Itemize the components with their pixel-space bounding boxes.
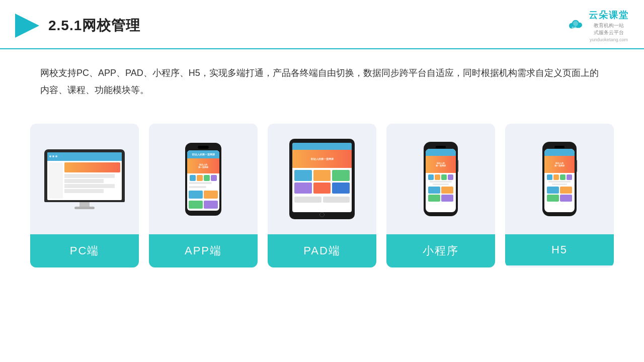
card-app-label: APP端	[149, 234, 258, 267]
brand-cloud-icon: 云朵	[567, 19, 585, 33]
header-right: 云朵 云朵课堂 教育机构一站式服务云平台 yunduoketang.com	[567, 9, 629, 42]
card-miniprogram-label: 小程序	[386, 234, 495, 267]
phone-mini-mockup: 职达人的第一堂网课	[424, 142, 458, 216]
card-miniprogram: 职达人的第一堂网课	[386, 124, 495, 267]
phone-h5-mockup: 职达人的第一堂网课	[542, 142, 577, 216]
card-pc-label: PC端	[30, 234, 139, 267]
platform-cards: PC端 职达人的第一堂网课 职达人的第一堂网课	[0, 114, 644, 278]
card-pc-image	[30, 124, 139, 234]
card-app: 职达人的第一堂网课 职达人的第一堂网课	[149, 124, 258, 267]
page-header: 2.5.1网校管理 云朵 云朵课堂 教育机构一站式服务云平台 yunduoket…	[0, 0, 644, 49]
description-content: 网校支持PC、APP、PAD、小程序、H5，实现多端打通，产品各终端自由切换，数…	[40, 68, 599, 95]
brand-tagline: 教育机构一站式服务云平台	[594, 22, 624, 36]
logo-arrow-icon	[15, 14, 39, 38]
page-title: 2.5.1网校管理	[48, 16, 140, 35]
card-pad-label: PAD端	[268, 234, 376, 267]
card-pad-image: 职达人的第一堂网课	[268, 124, 376, 234]
svg-marker-0	[15, 14, 39, 38]
brand-logo: 云朵课堂 教育机构一站式服务云平台 yunduoketang.com	[589, 9, 629, 42]
pc-mockup	[44, 149, 125, 209]
card-app-image: 职达人的第一堂网课 职达人的第一堂网课	[149, 124, 258, 234]
brand-url: yunduoketang.com	[590, 37, 628, 42]
card-h5-label: H5	[505, 234, 614, 265]
card-h5: 职达人的第一堂网课	[505, 124, 614, 267]
svg-point-5	[573, 21, 578, 26]
header-left: 2.5.1网校管理	[15, 14, 140, 38]
brand-name: 云朵课堂	[589, 9, 629, 21]
card-h5-image: 职达人的第一堂网课	[505, 124, 614, 234]
card-pc: PC端	[30, 124, 139, 267]
phone-mockup: 职达人的第一堂网课 职达人的第一堂网课	[185, 143, 221, 216]
card-miniprogram-image: 职达人的第一堂网课	[386, 124, 495, 234]
card-pad: 职达人的第一堂网课	[268, 124, 376, 267]
description-text: 网校支持PC、APP、PAD、小程序、H5，实现多端打通，产品各终端自由切换，数…	[0, 49, 644, 109]
svg-text:云朵: 云朵	[572, 26, 577, 29]
tablet-mockup: 职达人的第一堂网课	[289, 139, 355, 219]
